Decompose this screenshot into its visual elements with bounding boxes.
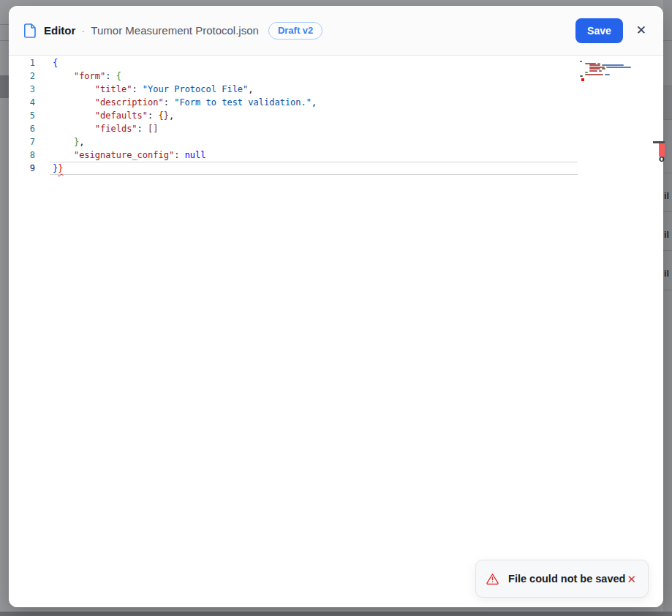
line-content: { [53, 56, 58, 70]
warning-triangle-icon [486, 571, 499, 586]
line-content: "fields": [] [53, 122, 159, 135]
line-number: 3 [9, 83, 35, 96]
line-number: 9 [9, 162, 35, 175]
code-line[interactable]: 1{ [9, 56, 663, 70]
editor-modal: Editor · Tumor Measurement Protocol.json… [9, 6, 663, 607]
background-text-fragment: il [664, 230, 669, 240]
toast-message: File could not be saved [508, 573, 625, 585]
line-content: }} [53, 162, 63, 175]
line-number: 7 [9, 135, 35, 149]
editor-title: Editor [44, 24, 75, 37]
line-content: }, [53, 135, 84, 149]
code-lines: 1{2 "form": {3 "title": "Your Protocol F… [9, 56, 663, 175]
line-number: 2 [9, 70, 35, 83]
line-number: 6 [9, 122, 35, 135]
line-content: "defaults": {}, [53, 109, 174, 122]
background-text-fragment: il [664, 192, 669, 201]
line-number: 1 [9, 56, 35, 70]
code-line[interactable]: 2 "form": { [9, 70, 663, 83]
error-toast: File could not be saved ✕ [475, 560, 649, 598]
background-table-edge [663, 0, 672, 616]
line-number: 5 [9, 109, 35, 122]
code-editor[interactable]: 1{2 "form": {3 "title": "Your Protocol F… [9, 56, 663, 607]
code-line[interactable]: 8 "esignature_config": null [9, 149, 663, 162]
code-line[interactable]: 6 "fields": [] [9, 122, 663, 135]
line-content: "description": "Form to test validation.… [53, 96, 317, 109]
line-content: "title": "Your Protocol File", [53, 83, 254, 96]
background-text-fragment: o [659, 154, 665, 164]
background-text-fragment: il [664, 269, 669, 279]
modal-header: Editor · Tumor Measurement Protocol.json… [9, 6, 663, 56]
background-row-divider [0, 40, 9, 41]
background-footer-band [0, 612, 672, 616]
code-line[interactable]: 5 "defaults": {}, [9, 109, 663, 122]
draft-version-badge: Draft v2 [268, 22, 322, 40]
line-content: "form": { [53, 70, 121, 83]
save-button[interactable]: Save [575, 18, 623, 43]
code-line[interactable]: 4 "description": "Form to test validatio… [9, 96, 663, 109]
background-row [663, 86, 672, 119]
background-selected-row [0, 75, 9, 98]
line-content: "esignature_config": null [53, 149, 206, 162]
title-separator: · [81, 24, 85, 37]
filename: Tumor Measurement Protocol.json [91, 24, 259, 37]
code-line[interactable]: 3 "title": "Your Protocol File", [9, 83, 663, 96]
toast-close-icon[interactable]: ✕ [625, 572, 638, 586]
code-line[interactable]: 7 }, [9, 135, 663, 149]
code-line[interactable]: 9}} [9, 162, 663, 175]
background-row-divider [0, 24, 9, 25]
line-number: 8 [9, 149, 35, 162]
file-icon [24, 23, 37, 38]
line-number: 4 [9, 96, 35, 109]
modal-close-icon[interactable]: ✕ [635, 23, 648, 38]
